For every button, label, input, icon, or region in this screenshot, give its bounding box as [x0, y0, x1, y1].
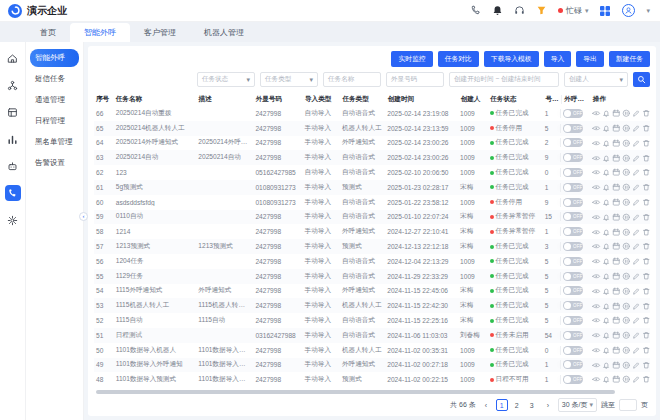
view-icon[interactable]	[592, 242, 601, 251]
view-icon[interactable]	[592, 375, 601, 384]
sidebar-collapse-icon[interactable]: ‹	[79, 212, 88, 221]
bell-icon[interactable]	[602, 302, 611, 311]
sidebar-item[interactable]: 日程管理	[30, 112, 79, 130]
bell-icon[interactable]	[602, 109, 611, 118]
outbound-toggle[interactable]: OFF	[563, 138, 583, 147]
pause-icon[interactable]	[622, 198, 631, 207]
calendar-icon[interactable]	[612, 213, 621, 222]
outbound-toggle[interactable]: OFF	[563, 227, 583, 236]
outbound-toggle[interactable]: OFF	[563, 316, 583, 325]
view-icon[interactable]	[592, 228, 601, 237]
outbound-toggle[interactable]: OFF	[563, 212, 583, 221]
tab-item[interactable]: 首页	[26, 23, 70, 42]
bell-icon[interactable]	[602, 272, 611, 281]
view-icon[interactable]	[592, 109, 601, 118]
delete-icon[interactable]	[642, 257, 650, 266]
page-number-button[interactable]: 1	[496, 399, 508, 411]
filter-input[interactable]: 任务名称	[323, 72, 381, 87]
edit-icon[interactable]	[632, 272, 641, 281]
calendar-icon[interactable]	[612, 346, 621, 355]
pause-icon[interactable]	[622, 316, 631, 325]
calendar-icon[interactable]	[612, 124, 621, 133]
bell-icon[interactable]	[602, 287, 611, 296]
headset-icon[interactable]	[514, 5, 525, 16]
pause-icon[interactable]	[622, 302, 631, 311]
delete-icon[interactable]	[642, 228, 650, 237]
calendar-icon[interactable]	[612, 228, 621, 237]
bell-icon[interactable]	[602, 228, 611, 237]
edit-icon[interactable]	[632, 109, 641, 118]
outbound-toggle[interactable]: OFF	[563, 375, 583, 384]
delete-icon[interactable]	[642, 287, 650, 296]
prev-page-button[interactable]: ‹	[480, 399, 492, 411]
delete-icon[interactable]	[642, 331, 650, 340]
edit-icon[interactable]	[632, 124, 641, 133]
filter-select[interactable]: 任务状态▾	[197, 72, 255, 87]
pause-icon[interactable]	[622, 139, 631, 148]
toolbar-button[interactable]: 导入	[544, 51, 572, 67]
edit-icon[interactable]	[632, 213, 641, 222]
delete-icon[interactable]	[642, 109, 650, 118]
filter-select[interactable]: 创建人▾	[564, 72, 628, 87]
view-icon[interactable]	[592, 346, 601, 355]
outbound-toggle[interactable]: OFF	[563, 242, 583, 251]
filter-input[interactable]: 创建开始时间 ~ 创建结束时间	[449, 72, 559, 87]
sidebar-item[interactable]: 告警设置	[30, 154, 79, 172]
outbound-toggle[interactable]: OFF	[563, 360, 583, 369]
edit-icon[interactable]	[632, 228, 641, 237]
bell-icon[interactable]	[602, 375, 611, 384]
edit-icon[interactable]	[632, 361, 641, 370]
view-icon[interactable]	[592, 272, 601, 281]
edit-icon[interactable]	[632, 183, 641, 192]
calendar-icon[interactable]	[612, 316, 621, 325]
edit-icon[interactable]	[632, 331, 641, 340]
calendar-icon[interactable]	[612, 242, 621, 251]
edit-icon[interactable]	[632, 139, 641, 148]
calendar-icon[interactable]	[612, 272, 621, 281]
view-icon[interactable]	[592, 331, 601, 340]
calendar-icon[interactable]	[612, 375, 621, 384]
rail-org-icon[interactable]	[5, 77, 21, 93]
delete-icon[interactable]	[642, 198, 650, 207]
view-icon[interactable]	[592, 316, 601, 325]
edit-icon[interactable]	[632, 257, 641, 266]
toolbar-button[interactable]: 实时监控	[391, 51, 432, 67]
outbound-toggle[interactable]: OFF	[563, 331, 583, 340]
calendar-icon[interactable]	[612, 109, 621, 118]
pause-icon[interactable]	[622, 168, 631, 177]
calendar-icon[interactable]	[612, 183, 621, 192]
apps-grid-icon[interactable]	[599, 5, 611, 17]
phone-icon[interactable]	[470, 5, 481, 16]
pause-icon[interactable]	[622, 361, 631, 370]
edit-icon[interactable]	[632, 242, 641, 251]
delete-icon[interactable]	[642, 272, 650, 281]
search-button[interactable]	[633, 72, 650, 87]
outbound-toggle[interactable]: OFF	[563, 301, 583, 310]
bell-icon[interactable]	[602, 213, 611, 222]
pause-icon[interactable]	[622, 228, 631, 237]
view-icon[interactable]	[592, 361, 601, 370]
outbound-toggle[interactable]: OFF	[563, 109, 583, 118]
tab-item[interactable]: 机器人管理	[190, 23, 258, 42]
view-icon[interactable]	[592, 154, 601, 163]
outbound-toggle[interactable]: OFF	[563, 272, 583, 281]
view-icon[interactable]	[592, 198, 601, 207]
pause-icon[interactable]	[622, 124, 631, 133]
toolbar-button[interactable]: 任务对比	[438, 51, 479, 67]
pause-icon[interactable]	[622, 242, 631, 251]
view-icon[interactable]	[592, 257, 601, 266]
rail-phone-icon[interactable]	[5, 185, 21, 201]
pause-icon[interactable]	[622, 331, 631, 340]
page-number-button[interactable]: 2	[511, 399, 523, 411]
delete-icon[interactable]	[642, 346, 650, 355]
tab-item[interactable]: 客户管理	[130, 23, 190, 42]
pause-icon[interactable]	[622, 272, 631, 281]
bell-icon[interactable]	[602, 154, 611, 163]
page-size-select[interactable]: 30 条/页 ▾	[558, 398, 597, 412]
edit-icon[interactable]	[632, 346, 641, 355]
delete-icon[interactable]	[642, 139, 650, 148]
pause-icon[interactable]	[622, 154, 631, 163]
calendar-icon[interactable]	[612, 168, 621, 177]
delete-icon[interactable]	[642, 316, 650, 325]
sidebar-item[interactable]: 短信任务	[30, 70, 79, 88]
